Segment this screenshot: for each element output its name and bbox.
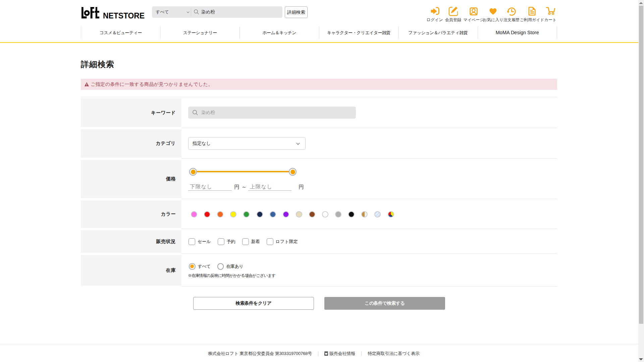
- svg-text:NETSTORE: NETSTORE: [103, 11, 145, 19]
